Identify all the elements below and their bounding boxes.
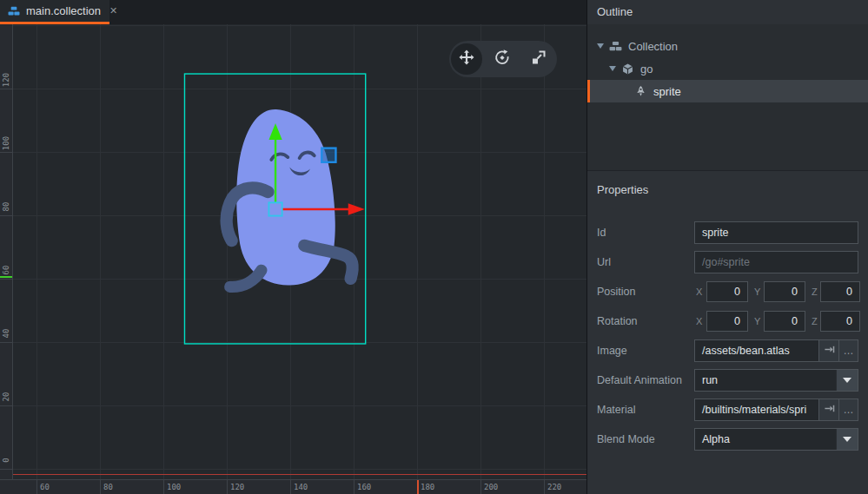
ruler-tick [0,405,12,406]
cursor-y-marker [0,276,12,278]
move-icon [458,49,475,69]
ruler-tick [0,342,12,343]
move-tool-button[interactable] [451,43,482,75]
ruler-tick [36,480,37,494]
ruler-tick-label: 100 [2,136,10,150]
dropdown-button[interactable] [836,429,858,450]
chevron-down-icon[interactable] [597,43,604,49]
goto-arrow-icon [824,344,835,358]
id-label: Id [597,221,606,244]
scene-viewport[interactable]: 120100806040200 608010012014016018020022… [0,24,586,494]
rotate-tool-button[interactable] [486,43,519,76]
world-x-axis-line [12,474,586,475]
rotation-x-label: X [696,311,702,332]
url-label: Url [597,251,611,273]
ruler-tick [100,480,101,494]
sprite-character[interactable] [227,109,353,287]
tree-row-sprite[interactable]: sprite [587,80,868,102]
rotation-x-field[interactable]: 0 [706,311,748,332]
blend-mode-dropdown[interactable]: Alpha [694,428,858,451]
rotation-y-label: Y [754,311,760,332]
ruler-tick-label: 200 [484,483,498,491]
tab-close-icon[interactable]: ✕ [109,5,117,16]
position-z-field[interactable]: 0 [820,281,860,302]
tree-item-label: Collection [628,40,678,53]
tree-row-collection[interactable]: Collection [587,35,868,57]
ruler-left: 120100806040200 [0,24,13,479]
id-field[interactable]: sprite [694,221,858,244]
material-resource-row: /builtins/materials/spri … [694,398,858,421]
position-x-field[interactable]: 0 [706,281,748,302]
material-field[interactable]: /builtins/materials/spri [694,398,819,421]
tab-main-collection[interactable]: main.collection ✕ [0,0,109,24]
bean-body [236,109,335,286]
outline-tree: Collection go [587,24,868,170]
image-label: Image [597,339,627,362]
ruler-tick-label: 120 [2,73,10,87]
scene-canvas [0,24,586,494]
ruler-tick [163,480,164,494]
chevron-down-icon [843,378,851,383]
gizmo-plane-handle[interactable] [321,148,335,162]
scene-pane: main.collection ✕ [0,0,586,494]
open-resource-button[interactable] [819,398,839,421]
default-animation-value: run [695,370,836,391]
ruler-tick [544,480,545,494]
ruler-tick-label: 140 [294,483,308,491]
blend-mode-value: Alpha [695,429,836,450]
ruler-tick [354,480,354,494]
rotation-label: Rotation [597,310,638,333]
ruler-tick-label: 100 [167,483,181,491]
rotation-y-field[interactable]: 0 [764,311,805,332]
ruler-tick-label: 60 [2,266,10,275]
default-animation-dropdown[interactable]: run [694,369,858,392]
ruler-tick-label: 40 [2,329,10,339]
collection-icon [609,40,622,53]
chevron-down-icon[interactable] [609,66,616,71]
rotate-icon [494,49,511,69]
browse-resource-button[interactable]: … [839,398,858,421]
open-resource-button[interactable] [819,339,839,362]
defold-editor-window: main.collection ✕ [0,0,868,494]
rotation-z-field[interactable]: 0 [820,311,860,332]
right-panel: Outline Collection [587,0,868,494]
ruler-tick [0,279,12,280]
position-label: Position [597,280,635,303]
ruler-tick [0,89,12,89]
ruler-tick-label: 80 [103,483,113,491]
material-label: Material [597,398,635,421]
ruler-tick-label: 60 [40,483,50,491]
ruler-tick-label: 160 [357,483,371,491]
ruler-tick-label: 20 [2,392,10,402]
ruler-tick [227,480,228,494]
image-field[interactable]: /assets/bean.atlas [694,339,819,362]
dropdown-button[interactable] [836,370,858,391]
tree-row-go[interactable]: go [587,57,868,80]
goto-arrow-icon [824,403,835,417]
ruler-tick-label: 220 [547,483,561,491]
default-animation-label: Default Animation [597,369,682,392]
image-resource-row: /assets/bean.atlas … [694,339,858,362]
tab-title: main.collection [26,4,101,17]
ruler-tick-label: 0 [2,458,10,462]
ruler-tick [480,480,481,494]
position-y-label: Y [754,281,760,302]
position-y-field[interactable]: 0 [764,281,805,302]
outline-panel-title: Outline [597,5,633,18]
cursor-x-marker [417,480,419,494]
scene-toolbar [449,41,557,77]
collection-icon [8,5,20,17]
sprite-icon [634,85,647,98]
gizmo-x-arrowhead[interactable] [348,203,365,214]
ruler-tick-label: 80 [2,202,10,212]
position-z-label: Z [812,281,818,302]
properties-panel-title: Properties [597,183,648,196]
section-separator [587,170,868,171]
bean-left-leg [230,270,262,287]
ruler-tick [0,152,12,153]
ruler-bottom: 6080100120140160180200220 [0,479,586,494]
scale-tool-button[interactable] [522,43,555,76]
ruler-tick [290,480,291,494]
chevron-down-icon [843,437,851,442]
browse-resource-button[interactable]: … [839,339,858,362]
